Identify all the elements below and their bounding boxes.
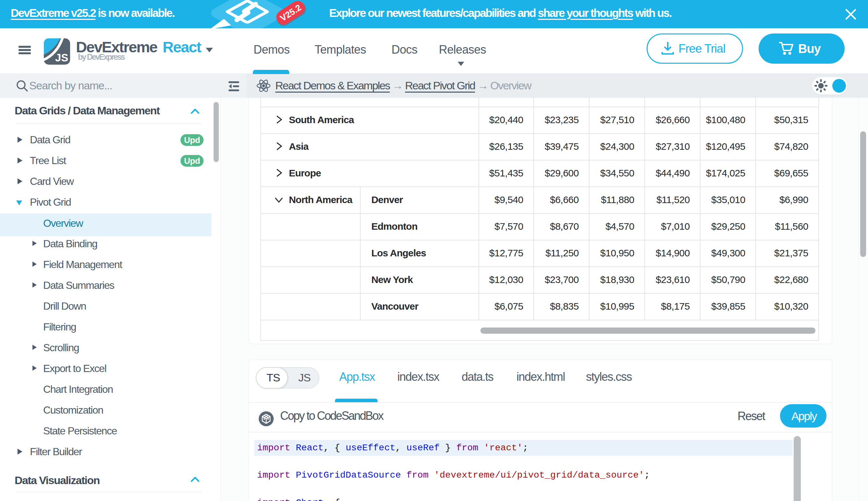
- svg-text:JS: JS: [55, 52, 68, 64]
